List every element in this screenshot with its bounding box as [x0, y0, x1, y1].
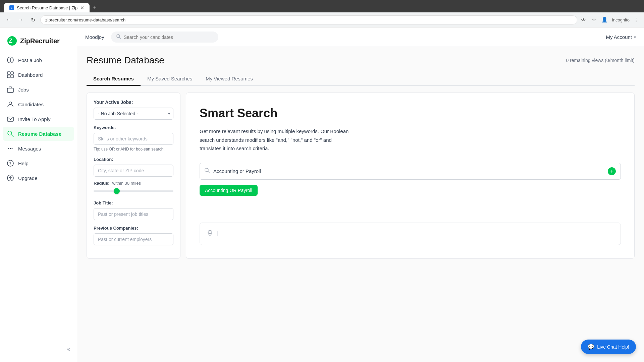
sidebar-item-upgrade[interactable]: Upgrade [3, 171, 74, 185]
location-input[interactable] [94, 165, 173, 177]
my-account-label: My Account [606, 34, 632, 40]
help-icon: ? [7, 160, 14, 167]
smart-search-title: Smart Search [200, 106, 621, 120]
eye-off-icon[interactable]: 👁 [580, 16, 588, 24]
tab-my-viewed-resumes[interactable]: My Viewed Resumes [199, 72, 260, 86]
svg-point-18 [12, 148, 13, 149]
sidebar-item-invite-to-apply[interactable]: Invite To Apply [3, 112, 74, 126]
profile-icon[interactable]: 👤 [600, 15, 609, 24]
new-tab-button[interactable]: + [90, 3, 99, 12]
sidebar-item-label: Jobs [18, 87, 29, 93]
svg-point-16 [8, 148, 9, 149]
plus-icon [7, 56, 14, 64]
page-title-row: Resume Database 0 remaining views (0/mon… [87, 55, 635, 66]
logo-text: ZipRecruiter [20, 37, 60, 45]
my-account-button[interactable]: My Account ▾ [606, 34, 636, 40]
svg-text:?: ? [9, 161, 11, 166]
svg-line-25 [208, 171, 210, 173]
svg-rect-10 [11, 75, 13, 78]
chevron-down-icon: ▾ [634, 35, 636, 40]
smart-search-panel: Smart Search Get more relevant results b… [186, 93, 635, 259]
active-jobs-label: Your Active Jobs: [94, 100, 173, 105]
top-header: Moodjoy My Account ▾ [77, 27, 644, 47]
sidebar-item-label: Resume Database [18, 131, 61, 137]
upgrade-icon [7, 174, 14, 182]
two-col-layout: Your Active Jobs: - No Job Selected - ▾ … [87, 93, 635, 259]
demo-search-box: + [200, 163, 621, 180]
messages-icon [7, 145, 14, 152]
slider-thumb[interactable] [114, 188, 120, 194]
main-area: Moodjoy My Account ▾ Resume Database 0 r… [77, 27, 644, 362]
svg-rect-7 [7, 72, 10, 74]
sidebar: Z ZipRecruiter Post a Job Dashboard [0, 27, 77, 362]
smart-search-description: Get more relevant results by using multi… [200, 127, 354, 153]
live-chat-label: Live Chat Help! [597, 344, 629, 350]
candidate-search-bar[interactable] [111, 32, 218, 43]
tabs-bar: Search Resumes My Saved Searches My View… [87, 72, 635, 86]
location-pin-icon [207, 230, 213, 238]
sidebar-item-dashboard[interactable]: Dashboard [3, 68, 74, 82]
back-button[interactable]: ← [4, 15, 13, 24]
radius-slider[interactable] [94, 187, 173, 195]
radius-value: within 30 miles [112, 181, 141, 186]
forward-button[interactable]: → [16, 15, 25, 24]
page-title: Resume Database [87, 55, 164, 66]
browser-nav: ← → ↻ ziprecruiter.com/resume-database/s… [0, 12, 644, 27]
active-jobs-select[interactable]: - No Job Selected - [94, 108, 173, 120]
demo-boolean-tag: Accounting OR Payroll [200, 185, 258, 196]
keywords-tip: Tip: use OR or AND for boolean search. [94, 147, 173, 152]
sidebar-item-messages[interactable]: Messages [3, 141, 74, 156]
sidebar-item-post-job[interactable]: Post a Job [3, 53, 74, 67]
breadcrumb-company: Moodjoy [85, 34, 104, 40]
sidebar-item-jobs[interactable]: Jobs [3, 82, 74, 97]
previous-companies-input[interactable] [94, 233, 173, 245]
svg-text:Z: Z [9, 38, 12, 44]
location-label: Location: [94, 157, 173, 162]
tab-search-resumes[interactable]: Search Resumes [87, 72, 141, 86]
svg-point-26 [209, 231, 211, 234]
jobs-icon [7, 86, 14, 93]
location-demo-input[interactable] [217, 231, 614, 236]
candidate-search-input[interactable] [124, 35, 213, 40]
tab-my-saved-searches[interactable]: My Saved Searches [141, 72, 199, 86]
demo-add-button[interactable]: + [608, 167, 616, 175]
svg-rect-9 [7, 75, 10, 78]
sidebar-item-label: Dashboard [18, 72, 43, 78]
browser-tabs: Z Search Resume Database | Zip ✕ + [4, 3, 640, 12]
candidates-icon [7, 101, 14, 108]
keywords-input[interactable] [94, 133, 173, 145]
invite-icon [7, 115, 14, 123]
demo-search-input[interactable] [213, 168, 604, 174]
sidebar-item-label: Upgrade [18, 175, 38, 181]
svg-text:Z: Z [11, 6, 12, 9]
svg-point-17 [10, 148, 11, 149]
search-icon [7, 130, 14, 137]
remaining-views: 0 remaining views (0/month limit) [566, 58, 635, 63]
bookmark-icon[interactable]: ☆ [590, 15, 597, 24]
refresh-button[interactable]: ↻ [28, 15, 38, 24]
tab-title: Search Resume Database | Zip [17, 5, 77, 10]
sidebar-item-label: Invite To Apply [18, 116, 50, 122]
tab-close-button[interactable]: ✕ [80, 5, 84, 10]
demo-search-icon [205, 168, 210, 175]
tab-favicon: Z [9, 5, 14, 10]
browser-nav-icons: 👁 ☆ 👤 Incognito ⋮ [580, 15, 640, 24]
smart-search-demo: + Accounting OR Payroll [200, 163, 621, 196]
address-bar[interactable]: ziprecruiter.com/resume-database/search [40, 15, 577, 24]
dashboard-icon [7, 71, 14, 78]
svg-point-14 [8, 131, 12, 135]
page-content: Resume Database 0 remaining views (0/mon… [77, 47, 644, 362]
sidebar-item-candidates[interactable]: Candidates [3, 97, 74, 111]
incognito-label: Incognito [612, 17, 630, 22]
sidebar-item-resume-database[interactable]: Resume Database [3, 127, 74, 141]
menu-icon[interactable]: ⋮ [632, 15, 640, 24]
search-form-panel: Your Active Jobs: - No Job Selected - ▾ … [87, 93, 180, 259]
active-tab[interactable]: Z Search Resume Database | Zip ✕ [4, 3, 90, 12]
sidebar-collapse-button[interactable]: « [0, 342, 77, 357]
svg-rect-8 [11, 72, 13, 74]
app: Z ZipRecruiter Post a Job Dashboard [0, 27, 644, 362]
sidebar-item-help[interactable]: ? Help [3, 156, 74, 170]
job-title-input[interactable] [94, 208, 173, 220]
live-chat-button[interactable]: 💬 Live Chat Help! [581, 340, 636, 354]
svg-rect-11 [7, 88, 13, 93]
